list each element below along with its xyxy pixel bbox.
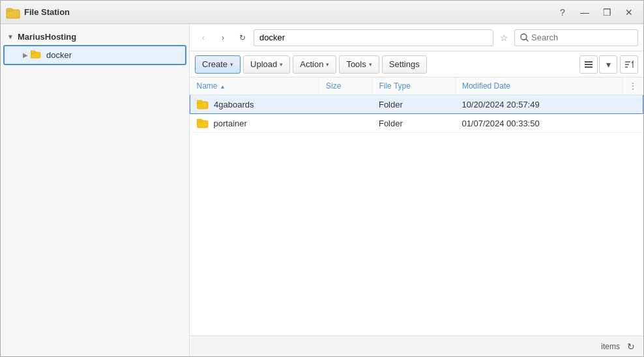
col-filetype-label: File Type xyxy=(379,81,410,91)
create-button[interactable]: Create ▾ xyxy=(195,55,241,74)
svg-rect-3 xyxy=(31,51,35,53)
col-modified[interactable]: Modified Date xyxy=(455,78,622,95)
titlebar: File Station ? — ❒ ✕ xyxy=(1,1,643,24)
view-dropdown-arrow-icon: ▾ xyxy=(606,59,611,70)
col-size[interactable]: Size xyxy=(319,78,372,95)
maximize-button[interactable]: ❒ xyxy=(598,5,616,20)
list-view-button[interactable] xyxy=(579,55,598,74)
help-button[interactable]: ? xyxy=(553,5,572,20)
file-list: Name ▴ Size File Type Modified Date xyxy=(190,78,643,336)
cell-options xyxy=(622,114,643,133)
table-header-row: Name ▴ Size File Type Modified Date xyxy=(190,78,643,95)
svg-rect-15 xyxy=(197,119,202,122)
window-controls: ? — ❒ ✕ xyxy=(553,5,638,20)
close-button[interactable]: ✕ xyxy=(620,5,638,20)
cell-size xyxy=(319,114,372,133)
view-buttons: ▾ xyxy=(579,55,617,74)
svg-line-5 xyxy=(526,39,528,41)
create-label: Create xyxy=(202,59,227,69)
svg-rect-1 xyxy=(7,8,12,11)
svg-rect-6 xyxy=(585,61,593,63)
main-content: ▼ MariusHosting ▶ docker ‹ › ↻ xyxy=(1,24,643,356)
upload-label: Upload xyxy=(250,59,277,69)
col-size-label: Size xyxy=(326,81,341,91)
tools-button[interactable]: Tools ▾ xyxy=(339,55,379,74)
settings-button[interactable]: Settings xyxy=(382,55,427,74)
action-dropdown-arrow: ▾ xyxy=(326,61,329,68)
action-label: Action xyxy=(300,59,323,69)
address-input[interactable] xyxy=(254,29,493,46)
col-modified-label: Modified Date xyxy=(462,81,510,91)
col-filetype[interactable]: File Type xyxy=(372,78,455,95)
folder-icon xyxy=(31,50,41,61)
svg-rect-13 xyxy=(197,100,202,103)
sidebar-item-docker[interactable]: ▶ docker xyxy=(3,45,186,65)
file-name: 4gaboards xyxy=(214,100,254,109)
cell-modified: 10/20/2024 20:57:49 xyxy=(455,95,622,114)
file-station-window: File Station ? — ❒ ✕ ▼ MariusHosting ▶ xyxy=(0,0,644,357)
tools-label: Tools xyxy=(346,59,366,69)
cell-filetype: Folder xyxy=(372,95,455,114)
folder-icon xyxy=(197,99,209,109)
group-chevron-down-icon: ▼ xyxy=(7,33,14,40)
action-button[interactable]: Action ▾ xyxy=(293,55,336,74)
sort-button[interactable] xyxy=(620,55,638,74)
cell-options xyxy=(622,95,643,114)
minimize-button[interactable]: — xyxy=(576,5,594,20)
table-row[interactable]: portainer Folder 01/07/2024 00:33:50 xyxy=(190,114,643,133)
sidebar-item-label: docker xyxy=(46,50,72,60)
settings-label: Settings xyxy=(389,59,420,69)
svg-rect-8 xyxy=(585,66,593,68)
create-dropdown-arrow: ▾ xyxy=(230,61,233,68)
file-name: portainer xyxy=(214,119,247,128)
window-title: File Station xyxy=(24,7,553,17)
svg-rect-7 xyxy=(585,64,593,65)
cell-filetype: Folder xyxy=(372,114,455,133)
items-label: items xyxy=(601,342,620,351)
statusbar-refresh-button[interactable]: ↻ xyxy=(624,339,638,354)
file-table: Name ▴ Size File Type Modified Date xyxy=(190,78,643,133)
bookmark-button[interactable]: ☆ xyxy=(496,30,512,46)
col-options: ⋮ xyxy=(622,78,643,95)
app-icon xyxy=(6,5,20,20)
sidebar-group-mariushosting[interactable]: ▼ MariusHosting xyxy=(1,29,189,44)
upload-button[interactable]: Upload ▾ xyxy=(243,55,290,74)
upload-dropdown-arrow: ▾ xyxy=(280,61,283,68)
address-bar: ‹ › ↻ ☆ xyxy=(190,24,643,51)
cell-name: portainer xyxy=(190,114,319,133)
table-row[interactable]: 4gaboards Folder 10/20/2024 20:57:49 xyxy=(190,95,643,114)
toolbar: Create ▾ Upload ▾ Action ▾ Tools ▾ Setti… xyxy=(190,51,643,78)
folder-icon xyxy=(197,118,209,128)
sidebar-group-label-text: MariusHosting xyxy=(18,32,76,42)
forward-button[interactable]: › xyxy=(214,30,231,46)
search-input[interactable] xyxy=(531,33,632,42)
cell-size xyxy=(319,95,372,114)
sort-arrow-icon: ▴ xyxy=(221,83,224,90)
view-dropdown-button[interactable]: ▾ xyxy=(599,55,617,74)
col-name-label: Name xyxy=(197,81,218,91)
file-pane: ‹ › ↻ ☆ Create xyxy=(190,24,643,356)
search-icon-button[interactable] xyxy=(520,33,529,42)
statusbar: items ↻ xyxy=(190,336,643,356)
cell-modified: 01/07/2024 00:33:50 xyxy=(455,114,622,133)
refresh-address-button[interactable]: ↻ xyxy=(234,30,251,46)
back-button[interactable]: ‹ xyxy=(195,30,212,46)
cell-name: 4gaboards xyxy=(190,95,319,114)
item-chevron-right-icon: ▶ xyxy=(23,51,28,59)
sidebar: ▼ MariusHosting ▶ docker xyxy=(1,24,190,356)
search-box xyxy=(514,29,638,46)
tools-dropdown-arrow: ▾ xyxy=(369,61,372,68)
col-name[interactable]: Name ▴ xyxy=(190,78,319,95)
